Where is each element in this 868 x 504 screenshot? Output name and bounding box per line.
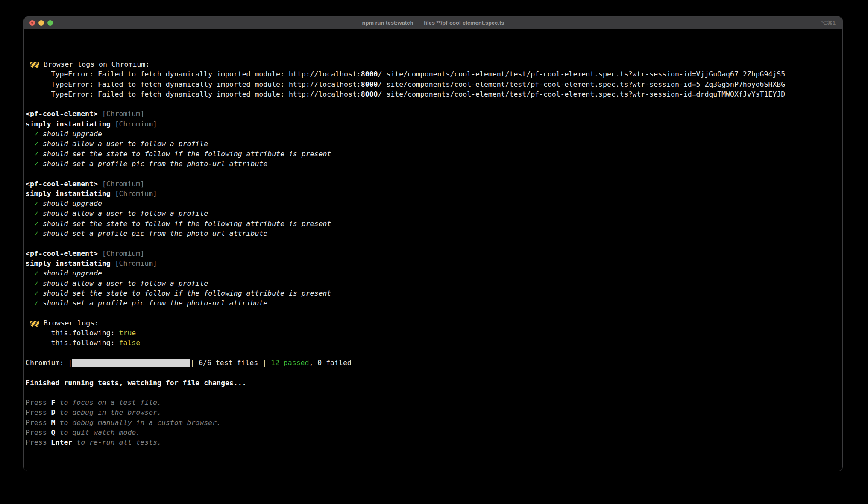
terminal-line: ✓ should upgrade [26,268,841,278]
module-url: /_site/components/cool-element/test/pf-c… [378,90,786,98]
text-segment [38,279,43,287]
test-name: should upgrade [43,130,102,138]
terminal-window: npm run test:watch -- --files **/pf-cool… [23,16,843,471]
text-segment [26,160,34,168]
module-url: /_site/components/cool-element/test/pf-c… [378,70,786,78]
test-name: should set a profile pic from the photo-… [43,299,268,307]
terminal-line [26,99,841,109]
port-number: 8000 [361,80,378,88]
describe-title: simply instantiating [26,120,111,128]
terminal-line: ✓ should upgrade [26,129,841,139]
terminal-line [26,308,841,318]
terminal-output-area[interactable]: Browser logs on Chromium: TypeError: Fai… [24,29,842,471]
text-segment [38,199,43,208]
browser-tag: [Chromium] [102,110,144,118]
suite-title: <pf-cool-element> [26,110,98,118]
text-segment [38,229,43,237]
browser-logs-header: Browser logs on Chromium: [39,60,150,68]
check-icon: ✓ [34,130,38,138]
key-description: to focus on a test file. [56,399,161,407]
terminal-line: TypeError: Failed to fetch dynamically i… [26,79,841,89]
text-segment [26,209,34,217]
key-hint: Enter [51,438,73,446]
passed-count: 12 passed [271,359,309,367]
key-description: to re-run all tests. [72,438,161,446]
text-segment [38,269,43,277]
terminal-line [26,388,841,398]
error-message: TypeError: Failed to fetch dynamically i… [26,80,361,88]
terminal-line: ✓ should set the state to follow if the … [26,219,841,229]
terminal-line: ✓ should set the state to follow if the … [26,288,841,298]
terminal-line: ✓ should set the state to follow if the … [26,149,841,159]
port-number: 8000 [361,90,378,98]
test-name: should set a profile pic from the photo-… [43,160,268,168]
test-name: should set the state to follow if the fo… [43,150,331,158]
key-hint: Q [51,428,56,437]
terminal-line: TypeError: Failed to fetch dynamically i… [26,89,841,99]
browser-tag: [Chromium] [115,259,157,267]
suite-title: <pf-cool-element> [26,180,98,188]
text-segment [98,180,102,188]
module-url: /_site/components/cool-element/test/pf-c… [378,80,786,88]
check-icon: ✓ [34,299,38,307]
test-name: should set a profile pic from the photo-… [43,229,268,237]
describe-title: simply instantiating [26,259,111,267]
text-segment: | [68,359,72,367]
terminal-line: Finished running tests, watching for fil… [26,378,841,388]
failed-count: , 0 failed [309,359,351,367]
terminal-line [26,368,841,378]
desktop-background: npm run test:watch -- --files **/pf-cool… [0,0,868,504]
text-segment [38,299,43,307]
key-description: to debug manually in a custom browser. [56,419,221,427]
window-shortcut-badge: ⌥⌘1 [821,17,836,29]
terminal-line: Browser logs on Chromium: [26,59,841,69]
text-segment [26,269,34,277]
text-segment [38,140,43,148]
text-segment [111,120,115,128]
text-segment: Press [26,408,51,416]
check-icon: ✓ [34,229,38,237]
terminal-line: ✓ should allow a user to follow a profil… [26,278,841,288]
key-description: to debug in the browser. [56,408,161,416]
text-segment [38,130,43,138]
port-number: 8000 [361,70,378,78]
test-name: should upgrade [43,269,102,277]
check-icon: ✓ [34,209,38,217]
log-value: true [119,329,136,337]
construction-barrier-icon [30,62,39,67]
error-message: TypeError: Failed to fetch dynamically i… [26,70,361,78]
key-hint: F [51,399,56,407]
text-segment [111,190,115,198]
test-name: should set the state to follow if the fo… [43,289,331,297]
text-segment [26,319,30,327]
log-label: this.following: [26,329,119,337]
terminal-line: this.following: true [26,328,841,338]
terminal-line [26,348,841,358]
text-segment [98,249,102,258]
terminal-line: Chromium: || 6/6 test files | 12 passed,… [26,358,841,368]
test-name: should allow a user to follow a profile [43,279,208,287]
text-segment [38,150,43,158]
status-message: Finished running tests, watching for fil… [26,379,246,387]
text-segment: Press [26,428,51,437]
terminal-line: simply instantiating [Chromium] [26,119,841,129]
check-icon: ✓ [34,220,38,228]
browser-logs-header: Browser logs: [39,319,99,327]
terminal-line: ✓ should set a profile pic from the phot… [26,229,841,238]
browser-tag: [Chromium] [102,180,144,188]
text-segment [26,299,34,307]
terminal-line: ✓ should set a profile pic from the phot… [26,159,841,169]
browser-tag: [Chromium] [115,120,157,128]
text-segment: Press [26,399,51,407]
check-icon: ✓ [34,199,38,208]
key-description: to quit watch mode. [56,428,141,437]
text-segment [26,130,34,138]
terminal-line [26,169,841,179]
text-segment [38,160,43,168]
log-label: this.following: [26,339,119,347]
progress-bar-fill [72,359,190,367]
terminal-line: ✓ should allow a user to follow a profil… [26,139,841,149]
test-name: should allow a user to follow a profile [43,140,208,148]
text-segment [26,229,34,237]
test-name: should set the state to follow if the fo… [43,220,331,228]
